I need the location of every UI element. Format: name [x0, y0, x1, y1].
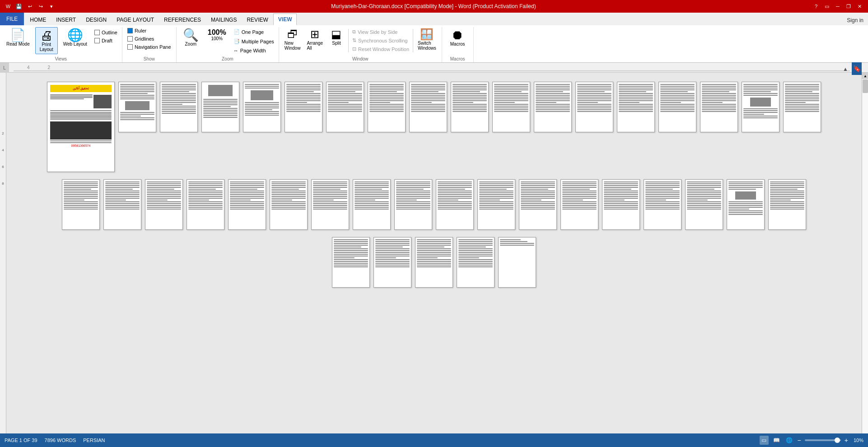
- tab-page-layout[interactable]: PAGE LAYOUT: [112, 14, 159, 25]
- close-button[interactable]: ✕: [854, 2, 864, 11]
- page-16[interactable]: [700, 82, 738, 132]
- views-small-col: Outline Draft: [93, 29, 119, 44]
- read-mode-button[interactable]: 📄 Read Mode: [3, 27, 33, 48]
- one-page-button[interactable]: 📄 One Page: [232, 28, 276, 36]
- document-area[interactable]: تحقیق آنلاین: [6, 73, 862, 447]
- ruler-button[interactable]: Ruler: [126, 27, 173, 34]
- page-15[interactable]: [658, 82, 696, 132]
- signin-button[interactable]: Sign in: [842, 15, 868, 25]
- help-button[interactable]: ?: [811, 2, 821, 11]
- page-12[interactable]: [534, 82, 572, 132]
- page-1[interactable]: تحقیق آنلاین: [47, 82, 115, 172]
- zoom-minus-button[interactable]: −: [798, 437, 801, 444]
- arrange-all-button[interactable]: ⊞ ArrangeAll: [304, 27, 326, 51]
- page-23[interactable]: [228, 179, 266, 230]
- page-9[interactable]: [409, 82, 447, 132]
- page-39[interactable]: [415, 237, 453, 288]
- new-window-button[interactable]: 🗗 NewWindow: [282, 27, 303, 51]
- read-view-button[interactable]: 📖: [772, 436, 781, 445]
- tab-references[interactable]: REFERENCES: [159, 14, 206, 25]
- page-32[interactable]: [602, 179, 640, 230]
- page-10[interactable]: [451, 82, 489, 132]
- page-28[interactable]: [436, 179, 474, 230]
- nav-pane-label: Navigation Pane: [135, 44, 171, 50]
- window-controls: ? ▭ ─ ❐ ✕: [811, 2, 864, 11]
- outline-button[interactable]: Outline: [93, 29, 119, 36]
- tab-insert[interactable]: INSERT: [51, 14, 81, 25]
- ribbon-group-macros: ⏺ Macros Macros: [442, 27, 474, 62]
- tab-review[interactable]: REVIEW: [242, 14, 273, 25]
- page-27[interactable]: [394, 179, 432, 230]
- page-35[interactable]: [727, 179, 765, 230]
- page-7[interactable]: [326, 82, 364, 132]
- zoom-slider[interactable]: [805, 439, 841, 441]
- page-17[interactable]: [742, 82, 779, 132]
- ruler-corner[interactable]: L: [0, 63, 9, 73]
- page-29[interactable]: [477, 179, 515, 230]
- page-38[interactable]: [373, 237, 411, 288]
- print-view-button[interactable]: ▭: [760, 436, 769, 445]
- page-19[interactable]: [62, 179, 100, 230]
- page-20[interactable]: [103, 179, 141, 230]
- navigation-pane-button[interactable]: Navigation Pane: [126, 43, 173, 51]
- page-41[interactable]: [498, 237, 536, 288]
- macros-icon: ⏺: [451, 29, 464, 42]
- page-30[interactable]: [519, 179, 557, 230]
- customize-qat-button[interactable]: ▾: [47, 2, 56, 11]
- tab-view[interactable]: VIEW: [273, 14, 297, 25]
- restore-button[interactable]: ❐: [844, 2, 854, 11]
- tab-mailings[interactable]: MAILINGS: [206, 14, 242, 25]
- split-button[interactable]: ⬓ Split: [327, 27, 346, 47]
- redo-qat-button[interactable]: ↪: [36, 2, 45, 11]
- minimize-button[interactable]: ─: [833, 2, 843, 11]
- draft-button[interactable]: Draft: [93, 37, 119, 44]
- page-6[interactable]: [285, 82, 322, 132]
- page-22[interactable]: [187, 179, 224, 230]
- macros-button[interactable]: ⏺ Macros: [446, 27, 469, 48]
- gridlines-button[interactable]: Gridlines: [126, 35, 173, 42]
- zoom-slider-thumb[interactable]: [835, 438, 840, 443]
- ribbon-display-button[interactable]: ▭: [822, 2, 832, 11]
- page-37[interactable]: [332, 237, 370, 288]
- page-36[interactable]: [768, 179, 806, 230]
- page-width-button[interactable]: ↔ Page Width: [232, 47, 276, 54]
- page-33[interactable]: [644, 179, 681, 230]
- page-2[interactable]: [118, 82, 156, 132]
- page-3[interactable]: [160, 82, 198, 132]
- zoom-100-button[interactable]: 100% 100%: [204, 27, 230, 43]
- zoom-button[interactable]: 🔍 Zoom: [179, 27, 202, 48]
- page-34[interactable]: [685, 179, 723, 230]
- scroll-thumb[interactable]: [863, 79, 868, 93]
- page-26[interactable]: [353, 179, 391, 230]
- page-31[interactable]: [560, 179, 598, 230]
- scroll-up-button[interactable]: ▲: [862, 73, 868, 79]
- print-layout-button[interactable]: 🖨 PrintLayout: [35, 27, 58, 54]
- page-13[interactable]: [575, 82, 613, 132]
- page-24-lines: [270, 180, 307, 211]
- web-layout-button[interactable]: 🌐 Web Layout: [60, 27, 91, 48]
- tab-design[interactable]: DESIGN: [81, 14, 112, 25]
- page-21[interactable]: [145, 179, 183, 230]
- scroll-track[interactable]: [862, 79, 868, 447]
- page-40[interactable]: [457, 237, 495, 288]
- page-4[interactable]: [201, 82, 239, 132]
- page-14[interactable]: [617, 82, 655, 132]
- page-24[interactable]: [270, 179, 308, 230]
- switch-windows-button[interactable]: 🪟 SwitchWindows: [415, 27, 439, 51]
- save-qat-button[interactable]: 💾: [14, 2, 23, 11]
- vertical-scrollbar[interactable]: ▲ ▼: [862, 73, 868, 447]
- page-1-image: [93, 95, 112, 108]
- multiple-pages-button[interactable]: 📑 Multiple Pages: [232, 37, 276, 45]
- page-8[interactable]: [368, 82, 406, 132]
- page-18[interactable]: [783, 82, 821, 132]
- tab-home[interactable]: HOME: [25, 14, 51, 25]
- bookmark-button[interactable]: 🔖: [852, 62, 862, 75]
- page-25[interactable]: [311, 179, 349, 230]
- page-11[interactable]: [492, 82, 530, 132]
- web-view-button[interactable]: 🌐: [785, 436, 794, 445]
- undo-qat-button[interactable]: ↩: [25, 2, 34, 11]
- zoom-level[interactable]: 10%: [854, 438, 863, 443]
- zoom-plus-button[interactable]: +: [845, 437, 848, 444]
- tab-file[interactable]: FILE: [0, 13, 24, 25]
- page-5[interactable]: [243, 82, 281, 132]
